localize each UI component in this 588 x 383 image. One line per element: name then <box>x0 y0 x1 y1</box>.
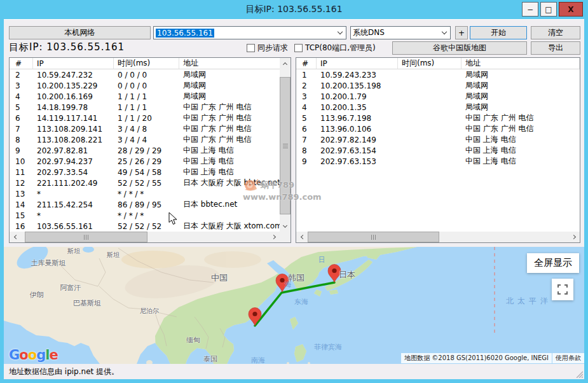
tcp-label: TCP(80端口,管理员) <box>305 43 376 53</box>
cell-address: 日本 大阪府 大阪 xtom.com <box>179 221 280 232</box>
cell-ip: 10.59.243.233 <box>317 71 398 80</box>
maximize-button[interactable]: □ <box>540 2 557 17</box>
table-row[interactable]: 15** / * / * <box>10 210 280 221</box>
map-label: 土库曼斯坦 <box>31 258 66 268</box>
vertical-scrollbar[interactable] <box>280 58 291 232</box>
table-row[interactable]: 210.59.247.2320 / 0 / 0局域网 <box>10 69 280 80</box>
horizontal-scrollbar[interactable] <box>10 232 280 242</box>
table-row[interactable]: 410.200.1.35局域网 <box>296 102 580 113</box>
table-row[interactable]: 110.59.243.233局域网 <box>296 69 580 80</box>
table-row[interactable]: 10202.97.94.23725 / 26 / 29中国 上海 电信 <box>10 156 280 167</box>
column-header-address[interactable]: 地址 <box>179 58 281 69</box>
scrollbar-thumb[interactable] <box>25 232 147 242</box>
table-row[interactable]: 6113.96.0.106中国 广东 广州 电信 <box>296 123 580 134</box>
scroll-down-button[interactable] <box>280 221 291 232</box>
table-row[interactable]: 614.119.117.1411 / 1 / 20中国 广东 广州 电信 <box>10 113 280 123</box>
minimize-button[interactable]: − <box>522 2 538 17</box>
map-label: 东海 <box>294 297 308 307</box>
google-china-map-button[interactable]: 谷歌中国版地图 <box>392 41 527 55</box>
scroll-right-button[interactable] <box>269 232 280 242</box>
terms-link[interactable]: 使用条款 <box>552 353 584 363</box>
scroll-left-button[interactable] <box>296 232 307 242</box>
chevron-down-icon[interactable] <box>334 27 346 39</box>
table-row[interactable]: 14211.15.42.25486 / 89 / 95日本 bbtec.net <box>10 199 280 210</box>
fullscreen-toggle-button[interactable] <box>552 279 573 300</box>
table-row[interactable]: 310.200.1.79局域网 <box>296 91 580 102</box>
scrollbar-thumb[interactable] <box>308 232 439 242</box>
local-network-button[interactable]: 本机网络 <box>9 26 151 39</box>
checkbox-icon[interactable] <box>247 44 255 52</box>
table-row[interactable]: 210.200.135.198局域网 <box>296 80 580 91</box>
close-button[interactable]: X <box>559 2 583 17</box>
cell-address: 局域网 <box>179 91 280 102</box>
sync-request-checkbox[interactable]: 同步请求 <box>247 43 288 53</box>
dns-value: 系统DNS <box>353 27 385 38</box>
maximize-icon: □ <box>545 5 552 14</box>
table-row[interactable]: 310.200.135.2290 / 0 / 0局域网 <box>10 80 280 91</box>
status-text: 地址数据信息由 ipip.net 提供。 <box>9 366 119 377</box>
title-bar[interactable]: 目标IP: 103.56.55.161 − □ X <box>0 0 588 19</box>
route-map[interactable]: 斯坦斯坦土库曼斯坦伊朗阿富汗巴基斯坦尼泊尔中国韩国日本缅甸泰国日海东海南海菲律宾… <box>4 247 584 364</box>
target-ip-label: 目标IP: 103.56.55.161 <box>9 41 125 53</box>
column-header-ip[interactable]: IP <box>317 58 398 69</box>
export-button[interactable]: 导出 <box>531 41 580 55</box>
cell-index: 2 <box>10 71 33 80</box>
column-header-time[interactable]: 时间(ms) <box>398 58 462 69</box>
table-row[interactable]: 7202.97.82.149中国 上海 电信 <box>296 134 580 145</box>
trace-table-left: # IP 时间(ms) 地址 210.59.247.2320 / 0 / 0局域… <box>9 57 291 243</box>
cell-address: 局域网 <box>462 91 580 102</box>
resize-grip-icon[interactable] <box>575 370 583 378</box>
chevron-down-icon[interactable] <box>439 27 450 39</box>
scroll-left-button[interactable] <box>10 232 20 242</box>
column-header-time[interactable]: 时间(ms) <box>114 58 179 69</box>
table-row[interactable]: 12221.111.202.4952 / 52 / 55日本 大阪府 大阪 bb… <box>10 178 280 188</box>
map-label: 泰国 <box>203 354 217 364</box>
target-ip-combobox[interactable]: 103.56.55.161 <box>153 26 346 39</box>
cell-ip: 10.200.135.229 <box>33 81 114 90</box>
add-target-button[interactable]: + <box>455 26 468 39</box>
map-label: 日本 <box>339 269 355 281</box>
start-button[interactable]: 开始 <box>470 26 527 39</box>
table-row[interactable]: 8113.108.208.2213 / 4 / 4中国 广东 广州 电信 <box>10 134 280 145</box>
horizontal-scrollbar[interactable] <box>296 232 580 242</box>
cell-address: 局域网 <box>179 80 280 91</box>
cell-address: 中国 上海 电信 <box>179 156 280 167</box>
table-row[interactable]: 514.18.199.781 / 1 / 1中国 广东 广州 电信 <box>10 102 280 113</box>
table-row[interactable]: 16103.56.55.16152 / 52 / 52日本 大阪府 大阪 xto… <box>10 221 280 232</box>
cell-time: 1 / 1 / 20 <box>114 114 179 123</box>
cell-address: 中国 上海 电信 <box>462 134 580 145</box>
scroll-up-button[interactable] <box>280 58 291 69</box>
window-controls: − □ X <box>520 2 583 17</box>
table-row[interactable]: 11202.97.33.5449 / 54 / 58中国 上海 电信 <box>10 167 280 178</box>
cell-ip: 10.200.135.198 <box>317 81 398 90</box>
google-logo[interactable]: Google <box>9 347 58 363</box>
scroll-right-button[interactable] <box>569 232 580 242</box>
cell-index: 13 <box>10 190 33 198</box>
table-row[interactable]: 8202.97.63.154中国 上海 电信 <box>296 145 580 156</box>
app-window: 目标IP: 103.56.55.161 − □ X 本机网络 103.56.55… <box>0 0 588 383</box>
map-label: 斯坦 <box>67 247 80 256</box>
map-label: 菲律宾海 <box>314 342 342 352</box>
dns-combobox[interactable]: 系统DNS <box>350 26 451 39</box>
table-row[interactable]: 7113.108.209.1413 / 4 / 8中国 广东 广州 电信 <box>10 123 280 134</box>
table-row[interactable]: 9202.97.63.153中国 上海 电信 <box>296 156 580 167</box>
table-row[interactable]: 5113.96.7.198中国 广东 广州 电信 <box>296 113 580 123</box>
checkbox-icon[interactable] <box>294 44 303 52</box>
cell-address: 局域网 <box>462 80 580 91</box>
column-header-address[interactable]: 地址 <box>462 58 580 69</box>
watermark-line2: www.wn789.com <box>243 192 322 202</box>
table-row[interactable]: 9202.97.82.8128 / 29 / 29中国 上海 电信 <box>10 145 280 156</box>
cell-address: 局域网 <box>179 69 280 80</box>
minimize-icon: − <box>527 5 533 14</box>
table-row[interactable]: 410.200.16.1691 / 1 / 1局域网 <box>10 91 280 102</box>
fullscreen-button[interactable]: 全屏显示 <box>527 253 579 273</box>
table-row[interactable]: 13** / * / * <box>10 188 280 199</box>
column-header-ip[interactable]: IP <box>33 58 114 69</box>
table-header: # IP 时间(ms) 地址 <box>10 58 281 69</box>
column-header-index[interactable]: # <box>10 58 33 69</box>
fullscreen-icon <box>557 284 568 295</box>
tcp-checkbox[interactable]: TCP(80端口,管理员) <box>294 43 376 53</box>
column-header-index[interactable]: # <box>296 58 317 69</box>
cell-address: 中国 广东 广州 电信 <box>462 123 580 134</box>
clear-button[interactable]: 清空 <box>531 26 580 39</box>
